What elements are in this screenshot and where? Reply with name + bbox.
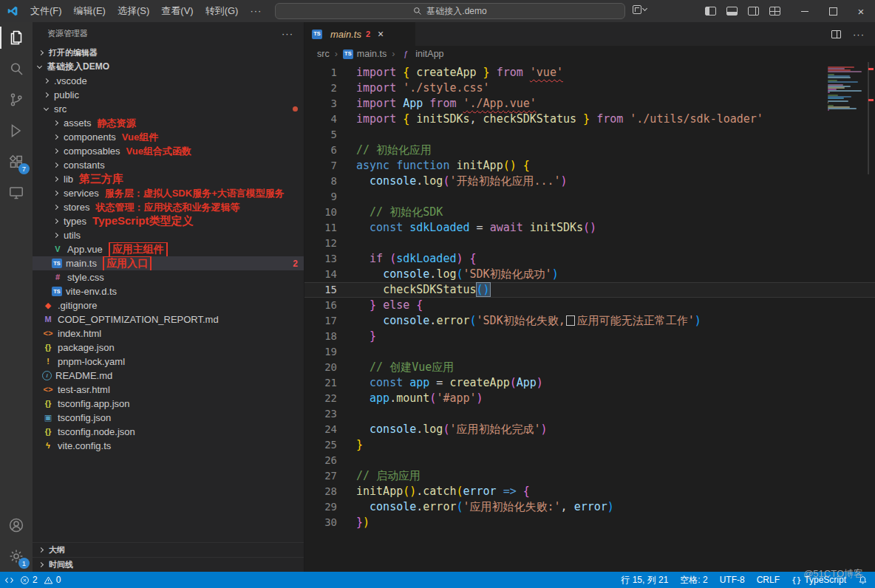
- encoding-setting[interactable]: UTF-8: [720, 575, 745, 585]
- activity-extensions-icon[interactable]: 7: [0, 146, 33, 177]
- line-number[interactable]: 11: [304, 220, 337, 236]
- line-number[interactable]: 7: [304, 158, 337, 174]
- maximize-icon[interactable]: [819, 0, 847, 22]
- tree-item-README.md[interactable]: iREADME.md: [33, 369, 304, 383]
- line-text[interactable]: [337, 127, 356, 143]
- line-number[interactable]: 27: [304, 468, 337, 484]
- line-text[interactable]: console.log('应用初始化完成'): [337, 422, 548, 437]
- tree-item-composables[interactable]: composablesVue组合式函数: [33, 144, 304, 158]
- line-text[interactable]: [337, 344, 356, 360]
- open-editors-section[interactable]: 打开的编辑器: [33, 45, 304, 60]
- line-number[interactable]: 25: [304, 437, 337, 453]
- line-number[interactable]: 23: [304, 406, 337, 422]
- line-number[interactable]: 24: [304, 422, 337, 437]
- line-number[interactable]: 18: [304, 329, 337, 344]
- line-text[interactable]: import './style.css': [337, 81, 490, 96]
- tree-item-lib[interactable]: lib第三方库: [33, 172, 304, 186]
- line-number[interactable]: 14: [304, 267, 337, 282]
- tree-item-vite-env.d.ts[interactable]: TSvite-env.d.ts: [33, 284, 304, 298]
- line-number[interactable]: 19: [304, 344, 337, 360]
- line-text[interactable]: // 初始化应用: [337, 143, 432, 158]
- indentation-setting[interactable]: 空格: 2: [680, 574, 707, 587]
- breadcrumb-src[interactable]: src: [317, 49, 330, 59]
- tree-item-test-asr.html[interactable]: <>test-asr.html: [33, 383, 304, 397]
- line-text[interactable]: [337, 189, 356, 205]
- activity-run-debug-icon[interactable]: [0, 115, 33, 146]
- line-number[interactable]: 20: [304, 360, 337, 375]
- line-text[interactable]: // 初始化SDK: [337, 205, 443, 220]
- activity-explorer-icon[interactable]: [0, 22, 33, 53]
- cursor-position[interactable]: 行 15, 列 21: [621, 574, 668, 587]
- tree-item-stores[interactable]: stores状态管理：应用状态和业务逻辑等: [33, 200, 304, 214]
- customize-layout-icon[interactable]: [769, 7, 780, 16]
- minimize-icon[interactable]: [791, 0, 819, 22]
- line-text[interactable]: import { createApp } from 'vue': [337, 65, 563, 81]
- tree-item-types[interactable]: typesTypeScript类型定义: [33, 214, 304, 228]
- line-text[interactable]: console.log('开始初始化应用...'): [337, 174, 568, 189]
- menu-item-2[interactable]: 选择(S): [112, 3, 155, 19]
- explorer-more-icon[interactable]: ···: [282, 28, 293, 39]
- line-text[interactable]: const sdkLoaded = await initSDKs(): [337, 220, 596, 236]
- tree-item-components[interactable]: componentsVue组件: [33, 130, 304, 144]
- editor-more-icon[interactable]: ···: [853, 29, 865, 40]
- tab-main-ts[interactable]: TS main.ts 2 ×: [304, 22, 415, 46]
- toggle-secondary-sidebar-icon[interactable]: [748, 7, 759, 16]
- line-text[interactable]: } else {: [337, 298, 423, 313]
- menu-more-icon[interactable]: ···: [244, 3, 268, 19]
- tree-item-CODE_OPTIMIZATION_REPORT.md[interactable]: MCODE_OPTIMIZATION_REPORT.md: [33, 312, 304, 327]
- line-text[interactable]: }): [337, 515, 370, 530]
- minimap[interactable]: [828, 66, 863, 111]
- line-number[interactable]: 3: [304, 96, 337, 112]
- line-text[interactable]: import App from './App.vue': [337, 96, 537, 112]
- activity-accounts-icon[interactable]: [0, 510, 33, 541]
- tree-item-package.json[interactable]: {}package.json: [33, 341, 304, 355]
- line-text[interactable]: [337, 406, 356, 422]
- project-root-folder[interactable]: 基础接入DEMO: [33, 60, 304, 74]
- line-number[interactable]: 22: [304, 391, 337, 406]
- close-icon[interactable]: ×: [847, 0, 875, 22]
- toggle-panel-icon[interactable]: [726, 7, 738, 16]
- tree-item-.gitignore[interactable]: ◆.gitignore: [33, 298, 304, 312]
- tree-item-constants[interactable]: constants: [33, 158, 304, 172]
- menu-item-3[interactable]: 查看(V): [155, 3, 199, 19]
- breadcrumb-main.ts[interactable]: TSmain.ts: [343, 49, 387, 59]
- breadcrumb-initApp[interactable]: ƒinitApp: [400, 49, 443, 59]
- line-number[interactable]: 10: [304, 205, 337, 220]
- line-text[interactable]: import { initSDKs, checkSDKStatus } from…: [337, 112, 763, 127]
- line-text[interactable]: // 启动应用: [337, 468, 421, 484]
- line-number[interactable]: 30: [304, 515, 337, 530]
- menu-item-1[interactable]: 编辑(E): [68, 3, 112, 19]
- line-text[interactable]: [337, 453, 356, 468]
- line-number[interactable]: 16: [304, 298, 337, 313]
- code-editor[interactable]: 1import { createApp } from 'vue'2import …: [304, 62, 875, 572]
- line-number[interactable]: 21: [304, 375, 337, 391]
- tree-item-services[interactable]: services服务层：虚拟人SDK服务+大语言模型服务: [33, 186, 304, 200]
- line-text[interactable]: // 创建Vue应用: [337, 360, 454, 375]
- command-center-search[interactable]: 基础接入.demo: [275, 3, 625, 19]
- tree-item-utils[interactable]: utils: [33, 228, 304, 242]
- eol-setting[interactable]: CRLF: [757, 575, 780, 585]
- tree-item-pnpm-lock.yaml[interactable]: !pnpm-lock.yaml: [33, 355, 304, 369]
- activity-remote-explorer-icon[interactable]: [0, 177, 33, 208]
- line-text[interactable]: const app = createApp(App): [337, 375, 543, 391]
- line-text[interactable]: }: [337, 437, 363, 453]
- line-text[interactable]: checkSDKStatus(): [337, 282, 490, 298]
- tree-item-vite.config.ts[interactable]: ϟvite.config.ts: [33, 439, 304, 453]
- tree-item-style.css[interactable]: #style.css: [33, 270, 304, 284]
- line-number[interactable]: 4: [304, 112, 337, 127]
- line-number[interactable]: 6: [304, 143, 337, 158]
- split-editor-icon[interactable]: [831, 30, 841, 38]
- line-number[interactable]: 17: [304, 313, 337, 329]
- line-number[interactable]: 2: [304, 81, 337, 96]
- remote-indicator-icon[interactable]: [4, 575, 14, 585]
- tree-item-tsconfig.app.json[interactable]: {}tsconfig.app.json: [33, 397, 304, 411]
- tree-item-main.ts[interactable]: TSmain.ts应用入口2: [33, 256, 304, 270]
- line-number[interactable]: 1: [304, 65, 337, 81]
- tree-item-assets[interactable]: assets静态资源: [33, 116, 304, 130]
- line-number[interactable]: 9: [304, 189, 337, 205]
- line-number[interactable]: 28: [304, 484, 337, 499]
- line-number[interactable]: 13: [304, 251, 337, 267]
- tab-close-icon[interactable]: ×: [378, 28, 384, 40]
- line-text[interactable]: async function initApp() {: [337, 158, 530, 174]
- line-text[interactable]: console.log('SDK初始化成功'): [337, 267, 559, 282]
